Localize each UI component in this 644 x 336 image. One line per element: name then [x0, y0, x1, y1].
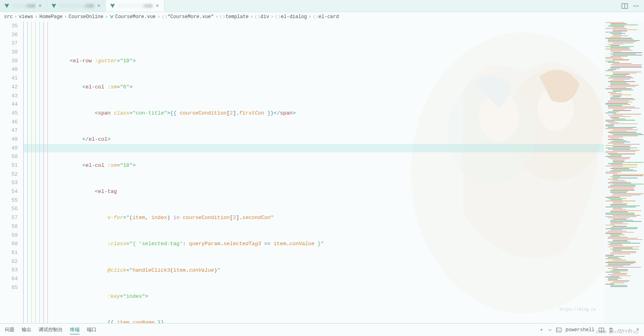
element-icon: [220, 14, 225, 19]
line-number: 62: [0, 257, 18, 266]
close-icon[interactable]: ×: [96, 3, 101, 9]
indent-guides: [23, 22, 64, 323]
code-editor[interactable]: 3536373839404142434445464748495051525354…: [0, 22, 644, 323]
crumb-item[interactable]: div: [255, 14, 269, 20]
chevron-down-icon[interactable]: [548, 328, 552, 332]
vue-file-icon: [110, 3, 115, 9]
panel-tab-output[interactable]: 输出: [22, 326, 31, 334]
panel-tabs: 问题 输出 调试控制台 终端 端口: [5, 326, 96, 334]
current-line-highlight: [0, 144, 644, 153]
line-number: 38: [0, 48, 18, 57]
vue-file-icon: [4, 3, 10, 9]
line-number: 58: [0, 222, 18, 231]
close-icon[interactable]: ×: [38, 3, 43, 9]
crumb-item[interactable]: src: [4, 14, 13, 20]
editor-tab-3[interactable]: ········.vue ×: [106, 0, 164, 12]
line-number: 63: [0, 266, 18, 275]
crumb-item[interactable]: template: [220, 14, 249, 20]
line-number: 39: [0, 57, 18, 66]
line-number: 50: [0, 152, 18, 161]
panel-tab-problems[interactable]: 问题: [5, 326, 14, 334]
svg-point-9: [638, 5, 638, 6]
editor-tab-2[interactable]: ········.vue ×: [47, 0, 106, 12]
line-number: 52: [0, 170, 18, 179]
minimap[interactable]: [604, 22, 644, 323]
breadcrumb: src› views› HomePage› CourseOnline› Cour…: [0, 12, 644, 22]
shell-name: powershell: [566, 327, 595, 333]
crumb-item[interactable]: CourseOnline: [69, 14, 103, 20]
crumb-item[interactable]: el-dialog: [275, 14, 307, 20]
line-number: 42: [0, 83, 18, 92]
watermark-url: https://blog.cs: [560, 307, 596, 312]
line-number: 61: [0, 248, 18, 257]
line-number: 53: [0, 178, 18, 187]
line-number: 64: [0, 275, 18, 283]
line-number: 47: [0, 126, 18, 135]
svg-point-7: [634, 5, 634, 6]
tab-label: ····.vue: [12, 3, 35, 9]
close-icon[interactable]: ×: [155, 3, 160, 9]
svg-point-8: [636, 5, 636, 6]
line-number: 40: [0, 65, 18, 74]
line-number: 41: [0, 74, 18, 83]
tabs-actions: [621, 0, 644, 12]
split-editor-icon[interactable]: [621, 3, 628, 9]
line-number: 36: [0, 31, 18, 39]
terminal-shell-icon[interactable]: [556, 327, 562, 333]
editor-tabs-bar: ····.vue × ········.vue × ········.vue ×: [0, 0, 644, 12]
panel-tab-ports[interactable]: 端口: [87, 326, 96, 334]
editor-tab-1[interactable]: ····.vue ×: [0, 0, 47, 12]
element-icon: [255, 14, 260, 19]
line-number: 35: [0, 22, 18, 31]
tab-label: ········.vue: [118, 3, 152, 9]
watermark-text: CSDN @Schafferyy: [596, 330, 638, 334]
line-number: 48: [0, 135, 18, 144]
line-number: 54: [0, 187, 18, 196]
line-number: 49: [0, 144, 18, 153]
line-number-gutter: 3536373839404142434445464748495051525354…: [0, 22, 23, 323]
element-icon: [313, 14, 318, 19]
code-content[interactable]: <el-row :gutter="10"> <el-col :sm="6"> <…: [64, 22, 604, 323]
line-number: 57: [0, 213, 18, 222]
line-number: 45: [0, 109, 18, 118]
line-number: 46: [0, 118, 18, 127]
bottom-panel: 问题 输出 调试控制台 终端 端口 ＋ powershell ×: [0, 323, 644, 336]
vue-file-icon: [51, 3, 57, 9]
new-terminal-icon[interactable]: ＋: [539, 326, 544, 333]
line-number: 37: [0, 39, 18, 48]
braces-icon: [162, 14, 167, 19]
line-number: 44: [0, 100, 18, 109]
line-number: 59: [0, 231, 18, 240]
line-number: 65: [0, 283, 18, 292]
vue-file-icon: [109, 14, 114, 19]
crumb-item[interactable]: HomePage: [39, 14, 63, 20]
line-number: 60: [0, 240, 18, 248]
element-icon: [275, 14, 280, 19]
line-number: 43: [0, 92, 18, 100]
panel-tab-terminal[interactable]: 终端: [70, 326, 80, 334]
crumb-item[interactable]: "CourseMore.vue": [162, 14, 214, 20]
svg-rect-10: [556, 328, 561, 332]
crumb-item[interactable]: el-card: [313, 14, 339, 20]
line-number: 51: [0, 161, 18, 170]
crumb-item[interactable]: CourseMore.vue: [109, 14, 156, 20]
crumb-item[interactable]: views: [19, 14, 33, 20]
panel-tab-debug[interactable]: 调试控制台: [39, 326, 63, 334]
tab-label: ········.vue: [59, 3, 94, 9]
line-number: 56: [0, 205, 18, 213]
more-actions-icon[interactable]: [633, 3, 639, 9]
line-number: 55: [0, 196, 18, 205]
